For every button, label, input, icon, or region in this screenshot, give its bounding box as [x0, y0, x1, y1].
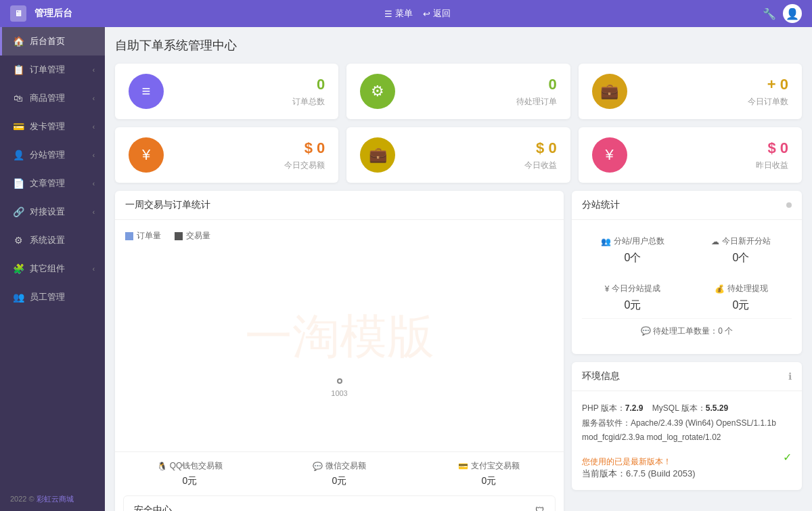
sidebar-item-article[interactable]: 📄 文章管理 ‹ [0, 169, 105, 198]
chart-legend: 订单量 交易量 [125, 230, 554, 242]
pending-stat-icon: ⚙ [360, 74, 395, 109]
stat-right-1: 0 订单总数 [174, 76, 325, 108]
wechat-trade-value: 0元 [265, 475, 414, 487]
today-income-label: 今日收益 [405, 160, 556, 171]
staff-icon: 👥 [12, 292, 24, 303]
branch-item-total: 👥 分站/用户总数 0个 [582, 230, 683, 271]
branch-withdrawal-label: 💰 待处理提现 [690, 283, 792, 294]
cloud-icon: ☁ [711, 237, 719, 246]
chevron-right-icon4: ‹ [93, 152, 95, 159]
sidebar-label-system: 系统设置 [30, 234, 95, 246]
sidebar-item-home[interactable]: 🏠 后台首页 [0, 27, 105, 55]
footer-link[interactable]: 彩虹云商城 [37, 495, 74, 503]
legend-dot-orders [125, 232, 133, 240]
security-panel: 安全中心 🛡 正常 暂未发现网站安全问题 [123, 495, 556, 511]
branch-item-commission: ¥ 今日分站提成 0元 [582, 277, 683, 318]
layout: 🏠 后台首页 📋 订单管理 ‹ 🛍 商品管理 ‹ 💳 发卡管理 ‹ 👤 分站管理… [0, 27, 812, 511]
goods-icon: 🛍 [12, 93, 24, 104]
sidebar-item-orders[interactable]: 📋 订单管理 ‹ [0, 55, 105, 84]
menu-link[interactable]: ☰ 菜单 [384, 7, 413, 20]
chart-circle [337, 378, 342, 384]
today-trade-icon: ¥ [129, 137, 164, 173]
sidebar-item-staff[interactable]: 👥 员工管理 [0, 283, 105, 311]
pending-orders-value: 0 [405, 76, 556, 93]
branch-stats-panel: 分站统计 👥 分站/用户总数 0个 [572, 191, 802, 354]
page-title: 自助下单系统管理中心 [115, 37, 802, 53]
stat-right-4: $ 0 今日交易额 [174, 139, 325, 171]
branch-grid: 👥 分站/用户总数 0个 ☁ 今日新开分站 0个 [582, 230, 792, 318]
stat-card-yesterday-income: ¥ $ 0 昨日收益 [579, 127, 802, 183]
yen-icon: ¥ [605, 284, 610, 294]
sidebar-item-system[interactable]: ⚙ 系统设置 [0, 226, 105, 254]
chart-panel: 一周交易与订单统计 订单量 交易量 一淘模版 [115, 191, 564, 511]
sidebar-item-branch[interactable]: 👤 分站管理 ‹ [0, 141, 105, 169]
branch-commission-value: 0元 [582, 298, 683, 313]
pending-orders-label: 待处理订单 [405, 96, 556, 108]
version-notice: 您使用的已是最新版本！ [582, 456, 696, 468]
branch-stats-title: 分站统计 [582, 199, 620, 211]
sidebar-label-orders: 订单管理 [30, 64, 87, 76]
docking-icon: 🔗 [12, 206, 24, 217]
server-label: 服务器软件： [582, 418, 631, 428]
chevron-right-icon6: ‹ [93, 208, 95, 216]
env-panel-header: 环境信息 ℹ [572, 362, 802, 391]
env-panel-body: PHP 版本：7.2.9 MySQL 版本：5.5.29 服务器软件：Apach… [572, 391, 802, 490]
php-label: PHP 版本： [582, 403, 625, 413]
chart-panel-body: 订单量 交易量 一淘模版 1003 [115, 220, 564, 448]
sidebar-item-docking[interactable]: 🔗 对接设置 ‹ [0, 198, 105, 226]
legend-trade-label: 交易量 [186, 230, 210, 242]
env-text: PHP 版本：7.2.9 MySQL 版本：5.5.29 服务器软件：Apach… [582, 401, 792, 445]
sidebar-item-plugins[interactable]: 🧩 其它组件 ‹ [0, 254, 105, 283]
wrench-icon[interactable]: 🔧 [763, 7, 776, 20]
footer-year: 2022 [10, 495, 26, 503]
chevron-right-icon: ‹ [93, 66, 95, 74]
sidebar: 🏠 后台首页 📋 订单管理 ‹ 🛍 商品管理 ‹ 💳 发卡管理 ‹ 👤 分站管理… [0, 27, 105, 511]
sidebar-item-goods[interactable]: 🛍 商品管理 ‹ [0, 84, 105, 112]
sidebar-label-staff: 员工管理 [30, 291, 95, 303]
chart-area: 一淘模版 1003 [125, 248, 554, 438]
qq-trade-value: 0元 [115, 475, 265, 487]
chart-title: 一周交易与订单统计 [125, 199, 210, 211]
branch-stats-header: 分站统计 [572, 191, 802, 220]
back-label: 返回 [433, 7, 451, 20]
qq-trade-label: 🐧 QQ钱包交易额 [115, 460, 265, 472]
main-content: 自助下单系统管理中心 ≡ 0 订单总数 ⚙ 0 待处理订单 💼 + [105, 27, 812, 511]
sidebar-label-home: 后台首页 [30, 35, 95, 47]
today-orders-value: + 0 [637, 76, 788, 93]
legend-dot-trade [175, 232, 183, 240]
chart-bottom-alipay: 💳 支付宝交易额 0元 [414, 460, 564, 487]
legend-trade: 交易量 [175, 230, 210, 242]
sidebar-label-article: 文章管理 [30, 177, 87, 190]
chevron-right-icon5: ‹ [93, 180, 95, 187]
chevron-right-icon2: ‹ [93, 95, 95, 102]
stat-card-pending-orders: ⚙ 0 待处理订单 [346, 64, 570, 119]
chart-bottom-wechat: 💬 微信交易额 0元 [265, 460, 414, 487]
branch-workorder-text: 💬 待处理工单数量：0 个 [641, 326, 733, 336]
alipay-trade-label: 💳 支付宝交易额 [414, 460, 564, 472]
yesterday-income-label: 昨日收益 [637, 160, 788, 171]
today-income-icon: 💼 [360, 137, 395, 173]
branch-new-value: 0个 [690, 251, 792, 265]
security-panel-header: 安全中心 🛡 [124, 496, 555, 511]
watermark: 一淘模版 [245, 305, 434, 369]
sidebar-item-cards[interactable]: 💳 发卡管理 ‹ [0, 112, 105, 141]
back-link[interactable]: ↩ 返回 [423, 7, 451, 20]
branch-item-withdrawal: 💰 待处理提现 0元 [690, 277, 792, 318]
total-orders-value: 0 [174, 76, 325, 93]
today-trade-label: 今日交易额 [174, 160, 325, 171]
branch-commission-label: ¥ 今日分站提成 [582, 283, 683, 294]
env-title: 环境信息 [582, 370, 620, 382]
sidebar-label-branch: 分站管理 [30, 149, 87, 161]
qq-icon: 🐧 [157, 462, 167, 471]
system-icon: ⚙ [12, 235, 24, 246]
branch-users-icon: 👥 [601, 237, 611, 246]
stat-card-today-trade: ¥ $ 0 今日交易额 [115, 127, 338, 183]
chevron-right-icon3: ‹ [93, 123, 95, 131]
yesterday-income-icon: ¥ [592, 137, 627, 173]
branch-total-label: 👥 分站/用户总数 [582, 236, 683, 247]
right-panels: 分站统计 👥 分站/用户总数 0个 [572, 191, 802, 511]
branch-bottom: 💬 待处理工单数量：0 个 [582, 318, 792, 344]
panel-dot-icon [786, 202, 792, 208]
stat-right-3: + 0 今日订单数 [637, 76, 788, 108]
avatar[interactable]: 👤 [783, 4, 802, 23]
